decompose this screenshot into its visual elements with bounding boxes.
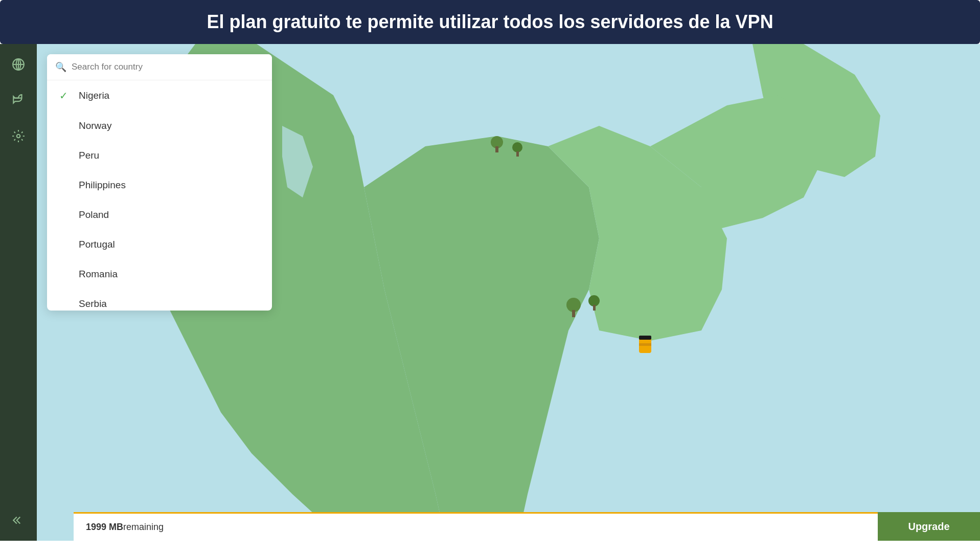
svg-rect-8: [495, 146, 498, 152]
data-suffix: remaining: [123, 522, 164, 533]
megaphone-icon[interactable]: [8, 90, 29, 111]
country-item[interactable]: Philippines: [47, 170, 272, 200]
svg-rect-17: [639, 343, 651, 346]
svg-point-5: [17, 135, 20, 138]
globe-icon[interactable]: [8, 54, 29, 75]
settings-icon[interactable]: [8, 126, 29, 146]
banner-text: El plan gratuito te permite utilizar tod…: [207, 11, 773, 33]
sidebar-bottom: [8, 510, 29, 531]
country-name: Nigeria: [79, 90, 109, 101]
country-item[interactable]: Norway: [47, 111, 272, 141]
search-icon: 🔍: [55, 61, 66, 73]
country-name: Portugal: [79, 239, 115, 250]
map-area: 🔍 ✓ Nigeria Norway Peru Ph: [37, 44, 980, 541]
svg-point-11: [566, 298, 581, 312]
search-input[interactable]: [72, 62, 264, 72]
app-container: 🔍 ✓ Nigeria Norway Peru Ph: [0, 44, 980, 541]
svg-rect-14: [593, 305, 596, 311]
country-name: Poland: [79, 209, 109, 220]
country-list[interactable]: ✓ Nigeria Norway Peru Philippines: [47, 80, 272, 311]
svg-point-13: [588, 295, 600, 306]
country-item[interactable]: Serbia: [47, 289, 272, 311]
collapse-icon[interactable]: [8, 510, 29, 531]
country-name: Romania: [79, 269, 118, 280]
data-remaining: 1999 MB remaining: [74, 512, 878, 541]
country-name: Philippines: [79, 180, 126, 191]
country-item[interactable]: Portugal: [47, 230, 272, 259]
data-amount: 1999 MB: [86, 522, 123, 533]
top-banner: El plan gratuito te permite utilizar tod…: [0, 0, 980, 44]
svg-rect-10: [516, 151, 519, 157]
country-item[interactable]: Poland: [47, 200, 272, 230]
country-name: Norway: [79, 120, 111, 131]
country-name: Peru: [79, 150, 99, 161]
svg-point-9: [512, 142, 522, 152]
svg-rect-12: [572, 310, 575, 317]
search-bar: 🔍: [47, 54, 272, 80]
check-mark-nigeria: ✓: [59, 90, 72, 102]
country-item[interactable]: Peru: [47, 141, 272, 170]
sidebar: [0, 44, 37, 541]
country-name: Serbia: [79, 298, 107, 310]
upgrade-button[interactable]: Upgrade: [878, 512, 980, 541]
svg-rect-16: [639, 336, 651, 340]
country-item[interactable]: ✓ Nigeria: [47, 80, 272, 111]
bottom-bar: 1999 MB remaining Upgrade: [74, 512, 980, 541]
country-dropdown: 🔍 ✓ Nigeria Norway Peru Ph: [47, 54, 272, 311]
country-item[interactable]: Romania: [47, 259, 272, 289]
